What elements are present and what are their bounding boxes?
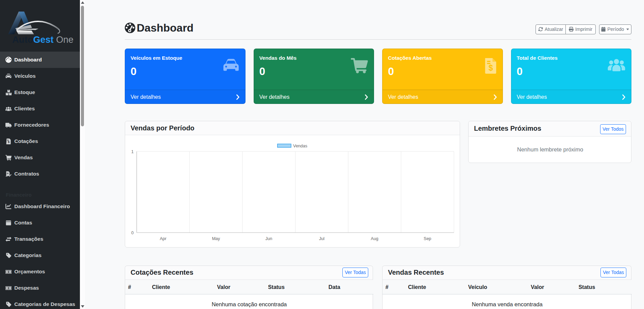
svg-text:Sep: Sep bbox=[424, 236, 431, 241]
svg-text:1: 1 bbox=[131, 149, 134, 154]
svg-text:May: May bbox=[212, 236, 220, 241]
svg-text:$: $ bbox=[8, 140, 10, 144]
svg-text:$: $ bbox=[488, 63, 493, 72]
svg-text:0: 0 bbox=[131, 231, 134, 235]
svg-text:Jun: Jun bbox=[266, 236, 272, 241]
svg-text:AutoGest One: AutoGest One bbox=[12, 35, 73, 45]
svg-text:Aug: Aug bbox=[371, 236, 378, 241]
svg-text:Jul: Jul bbox=[319, 236, 324, 241]
svg-text:Apr: Apr bbox=[160, 236, 166, 241]
svg-text:Vendas: Vendas bbox=[293, 144, 307, 148]
